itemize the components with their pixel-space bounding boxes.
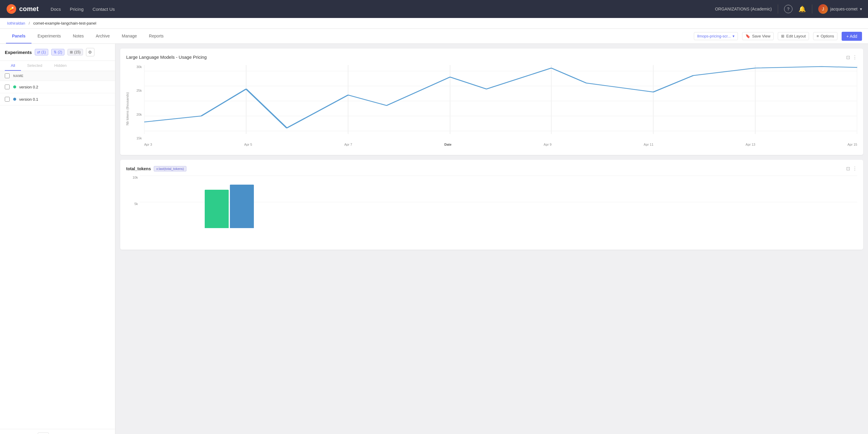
- view-name: llmops-pricing-scr...: [697, 34, 731, 38]
- avatar: J: [818, 4, 828, 14]
- last-page-button[interactable]: ⟫: [68, 432, 74, 434]
- layout-icon: ⊞: [781, 34, 784, 38]
- main-content: Experiments ⇄ (1) ⇅ (2) ⊞ (15) ⚙ All Sel…: [0, 44, 868, 434]
- bookmark-icon: 🔖: [745, 34, 750, 38]
- experiment-list: NAME version 0.2 version 0.1: [0, 71, 115, 429]
- sidebar-header: Experiments ⇄ (1) ⇅ (2) ⊞ (15) ⚙: [0, 44, 115, 61]
- bar-chart-tag: x:last(total_tokens): [154, 166, 186, 172]
- logo[interactable]: comet: [6, 4, 39, 14]
- save-view-button[interactable]: 🔖 Save View: [742, 32, 774, 40]
- chevron-down-icon: ▾: [733, 34, 735, 38]
- chevron-down-icon: ▾: [860, 7, 862, 11]
- line-chart-card: Large Language Models - Usage Pricing ⊡ …: [120, 49, 863, 155]
- view-selector[interactable]: llmops-pricing-scr... ▾: [694, 32, 738, 40]
- org-selector[interactable]: ORGANIZATIONS (Academic): [715, 7, 772, 11]
- tab-notes[interactable]: Notes: [67, 29, 90, 43]
- next-page-button[interactable]: ›: [59, 432, 65, 434]
- breadcrumb-separator: /: [29, 21, 30, 26]
- page-range-dropdown[interactable]: 1-2 ▾: [38, 433, 49, 434]
- y-tick: 15k: [136, 136, 142, 140]
- line-chart-svg: [144, 65, 857, 140]
- secondary-actions: llmops-pricing-scr... ▾ 🔖 Save View ⊞ Ed…: [694, 32, 862, 41]
- y-axis-label: Nb tokens (thousands): [126, 92, 129, 126]
- tab-panels[interactable]: Panels: [6, 29, 31, 43]
- experiment-dot-v01: [13, 98, 16, 101]
- docs-link[interactable]: Docs: [51, 7, 61, 12]
- bar-y-tick-10k: 10k: [132, 176, 138, 179]
- options-button[interactable]: ≡ Options: [813, 32, 837, 40]
- filter-count-2: (2): [58, 50, 62, 54]
- filter-count-1: (1): [41, 50, 46, 54]
- name-column-header: NAME: [13, 74, 23, 78]
- experiment-table-header: NAME: [0, 71, 115, 81]
- x-tick-apr9: Apr 9: [544, 143, 552, 146]
- tab-experiments[interactable]: Experiments: [31, 29, 67, 43]
- select-all-checkbox[interactable]: [5, 73, 9, 78]
- bar-y-axis: 10k 5k: [126, 176, 140, 228]
- svg-point-1: [12, 7, 13, 9]
- first-page-button[interactable]: ⟪: [5, 432, 11, 434]
- y-tick: 30k: [136, 65, 142, 69]
- tab-reports[interactable]: Reports: [143, 29, 169, 43]
- expand-icon[interactable]: ⊡: [846, 55, 850, 60]
- experiments-sidebar: Experiments ⇄ (1) ⇅ (2) ⊞ (15) ⚙ All Sel…: [0, 44, 115, 434]
- breadcrumb-project[interactable]: comet-example-langchain-test-panel: [33, 21, 96, 26]
- experiment-checkbox-v02[interactable]: [5, 85, 9, 89]
- bar-y-tick-5k: 5k: [134, 202, 138, 206]
- experiment-filter-tabs: All Selected Hidden: [0, 61, 115, 71]
- help-icon[interactable]: ?: [784, 5, 793, 13]
- more-bar-options-icon[interactable]: ⋮: [852, 166, 857, 172]
- charts-panel: Large Language Models - Usage Pricing ⊡ …: [115, 44, 868, 434]
- filter-icon: ⇄: [37, 50, 40, 54]
- bar-version-02: [205, 190, 229, 228]
- sidebar-tab-hidden[interactable]: Hidden: [48, 61, 72, 71]
- edit-layout-button[interactable]: ⊞ Edit Layout: [778, 32, 809, 40]
- tab-archive[interactable]: Archive: [90, 29, 116, 43]
- bar-chart-area: [140, 176, 857, 228]
- line-chart-container: 30k 25k 20k 15k Nb tokens (thousands): [126, 65, 857, 149]
- sort-icon: ⇅: [54, 50, 57, 54]
- bar-chart-container: 10k 5k: [126, 176, 857, 236]
- page-info: Showing 1-2 ▾ of 2: [23, 433, 56, 434]
- x-tick-date: Date: [444, 143, 452, 146]
- experiment-row[interactable]: version 0.1: [0, 93, 115, 105]
- x-tick-apr7: Apr 7: [344, 143, 352, 146]
- add-button[interactable]: + Add: [842, 32, 862, 41]
- experiment-dot-v02: [13, 86, 16, 88]
- line-chart-header: Large Language Models - Usage Pricing ⊡ …: [126, 55, 857, 60]
- experiment-row[interactable]: version 0.2: [0, 81, 115, 93]
- x-axis: Apr 3 Apr 5 Apr 7 Date Apr 9 Apr 11 Apr …: [144, 140, 857, 149]
- username: jacques-comet: [830, 7, 858, 11]
- x-tick-apr5: Apr 5: [244, 143, 252, 146]
- tab-manage[interactable]: Manage: [116, 29, 143, 43]
- nav-divider: [778, 4, 778, 13]
- bar-chart-title: total_tokens: [126, 166, 151, 171]
- filter-badge-3[interactable]: ⊞ (15): [67, 49, 83, 56]
- bar-group: [140, 176, 319, 228]
- sidebar-tab-all[interactable]: All: [5, 61, 21, 71]
- prev-page-button[interactable]: ‹: [14, 432, 20, 434]
- pricing-link[interactable]: Pricing: [70, 7, 84, 12]
- y-tick: 20k: [136, 113, 142, 116]
- user-menu[interactable]: J jacques-comet ▾: [818, 4, 862, 14]
- expand-bar-icon[interactable]: ⊡: [846, 166, 850, 172]
- line-chart-actions: ⊡ ⋮: [846, 55, 857, 60]
- contact-us-link[interactable]: Contact Us: [93, 7, 115, 12]
- columns-icon: ⊞: [70, 50, 73, 54]
- experiment-name-v02: version 0.2: [19, 85, 38, 89]
- experiment-checkbox-v01[interactable]: [5, 97, 9, 102]
- menu-icon: ≡: [816, 34, 819, 38]
- sidebar-tab-selected[interactable]: Selected: [21, 61, 48, 71]
- sidebar-pagination: ⟪ ‹ Showing 1-2 ▾ of 2 › ⟫: [0, 429, 115, 434]
- bar-chart-card: total_tokens x:last(total_tokens) ⊡ ⋮ 10…: [120, 160, 863, 250]
- breadcrumb-user[interactable]: lothiraldan: [7, 21, 25, 26]
- filter-badge-1[interactable]: ⇄ (1): [35, 49, 48, 56]
- filter-badge-2[interactable]: ⇅ (2): [51, 49, 65, 56]
- experiment-name-v01: version 0.1: [19, 97, 38, 102]
- sidebar-settings-button[interactable]: ⚙: [86, 48, 94, 56]
- top-navigation: comet Docs Pricing Contact Us ORGANIZATI…: [0, 0, 868, 18]
- secondary-tabs: Panels Experiments Notes Archive Manage …: [6, 29, 169, 43]
- y-tick: 25k: [136, 89, 142, 92]
- notifications-icon[interactable]: 🔔: [799, 5, 806, 12]
- more-options-icon[interactable]: ⋮: [852, 55, 857, 60]
